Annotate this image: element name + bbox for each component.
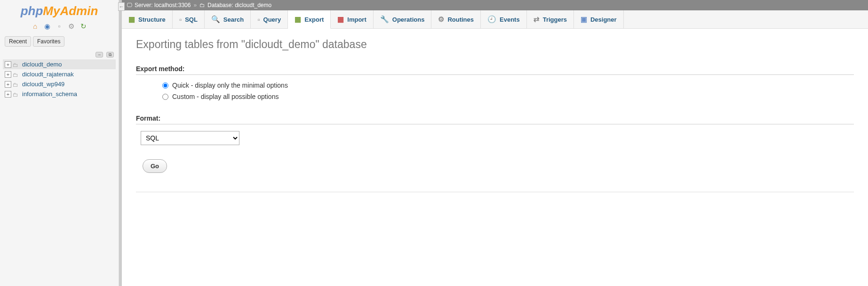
tab-import[interactable]: ▦Import: [331, 10, 373, 28]
export-custom-radio[interactable]: [162, 94, 168, 100]
search-icon: 🔍: [211, 15, 220, 24]
format-label: Format:: [136, 114, 854, 124]
database-icon: [13, 81, 20, 88]
database-tree: +dicloudt_demo+dicloudt_rajaternak+diclo…: [0, 59, 119, 286]
tab-events[interactable]: 🕘Events: [481, 10, 527, 28]
query-icon: ▫: [257, 16, 260, 24]
page-title: Exporting tables from "dicloudt_demo" da…: [136, 38, 854, 51]
server-icon: 🖵: [127, 2, 132, 8]
recent-tab[interactable]: Recent: [5, 36, 31, 47]
tab-query[interactable]: ▫Query: [251, 10, 288, 28]
sidebar-resizer[interactable]: ←: [119, 0, 122, 286]
breadcrumb-database[interactable]: Database: dicloudt_demo: [207, 2, 271, 8]
tab-sql[interactable]: ▫SQL: [173, 10, 205, 28]
import-icon: ▦: [337, 15, 344, 24]
phpmyadmin-logo[interactable]: phpMyAdmin: [0, 0, 119, 20]
go-button[interactable]: Go: [143, 159, 167, 173]
database-icon: [13, 71, 20, 78]
collapse-all-icon[interactable]: –: [96, 52, 103, 57]
export-quick-option[interactable]: Quick - display only the minimal options: [162, 82, 854, 89]
breadcrumb: 🖵 Server: localhost:3306 » 🗀 Database: d…: [122, 0, 868, 10]
db-item-dicloudt_wp949[interactable]: +dicloudt_wp949: [3, 79, 116, 89]
reload-icon[interactable]: ↻: [79, 22, 88, 31]
db-item-dicloudt_rajaternak[interactable]: +dicloudt_rajaternak: [3, 69, 116, 79]
database-icon: [13, 61, 20, 68]
expand-icon[interactable]: +: [5, 61, 11, 68]
export-custom-option[interactable]: Custom - display all possible options: [162, 93, 854, 100]
home-icon[interactable]: ⌂: [31, 22, 40, 31]
tab-structure[interactable]: ▦Structure: [122, 10, 173, 28]
sidebar: phpMyAdmin ⌂ ◉ ▫ ⚙ ↻ Recent Favorites – …: [0, 0, 119, 286]
structure-icon: ▦: [128, 15, 135, 24]
sql-icon: ▫: [179, 16, 182, 24]
events-icon: 🕘: [487, 15, 496, 24]
db-item-dicloudt_demo[interactable]: +dicloudt_demo: [3, 59, 116, 69]
tab-search[interactable]: 🔍Search: [205, 10, 251, 28]
favorites-tab[interactable]: Favorites: [33, 36, 64, 47]
tab-triggers[interactable]: ⇄Triggers: [527, 10, 574, 28]
settings-icon[interactable]: ⚙: [67, 22, 76, 31]
sidebar-quick-icons: ⌂ ◉ ▫ ⚙ ↻: [0, 20, 119, 34]
expand-icon[interactable]: +: [5, 91, 11, 98]
triggers-icon: ⇄: [534, 15, 540, 24]
designer-icon: ▣: [581, 15, 587, 24]
divider: [136, 192, 854, 192]
collapse-sidebar-icon[interactable]: ←: [118, 2, 125, 11]
docs-icon[interactable]: ▫: [55, 22, 64, 31]
routines-icon: ⚙: [438, 15, 444, 24]
tab-operations[interactable]: 🔧Operations: [374, 10, 432, 28]
database-icon: [13, 91, 20, 98]
expand-icon[interactable]: +: [5, 81, 11, 88]
export-quick-radio[interactable]: [162, 82, 168, 89]
format-select[interactable]: SQL: [141, 131, 239, 145]
expand-icon[interactable]: +: [5, 71, 11, 78]
export-method-label: Export method:: [136, 65, 854, 75]
operations-icon: 🔧: [380, 15, 389, 24]
export-icon: ▦: [295, 15, 301, 24]
top-tabs: ▦Structure▫SQL🔍Search▫Query▦Export▦Impor…: [122, 10, 868, 29]
db-item-information_schema[interactable]: +information_schema: [3, 89, 116, 99]
tab-export[interactable]: ▦Export: [288, 10, 331, 29]
tab-designer[interactable]: ▣Designer: [574, 10, 624, 28]
logout-icon[interactable]: ◉: [43, 22, 51, 31]
breadcrumb-server[interactable]: Server: localhost:3306: [135, 2, 191, 8]
tab-routines[interactable]: ⚙Routines: [431, 10, 481, 28]
database-icon: 🗀: [199, 2, 205, 8]
link-icon[interactable]: ⧉: [106, 52, 114, 57]
